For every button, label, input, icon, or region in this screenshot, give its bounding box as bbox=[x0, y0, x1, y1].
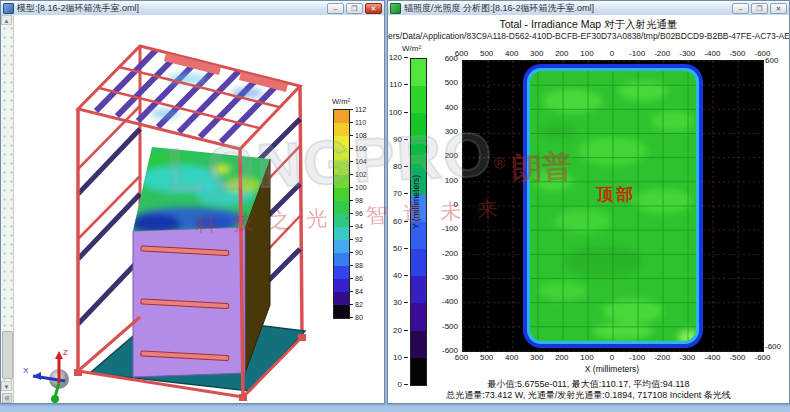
colorbar-tick: 120 bbox=[389, 53, 408, 62]
y-tick-label: -100 bbox=[442, 224, 458, 234]
scroll-down-icon[interactable]: ▼ bbox=[1, 381, 12, 391]
colorbar-tick: 92 bbox=[349, 235, 381, 244]
y-tick-label: -500 bbox=[442, 322, 458, 332]
x-tick-label: 100 bbox=[574, 353, 599, 362]
colorbar-tick: 104 bbox=[349, 157, 381, 166]
x-tick-label: 200 bbox=[549, 49, 574, 58]
colorbar-tick: 82 bbox=[349, 300, 381, 309]
x-axis-label: X (millimeters) bbox=[462, 364, 762, 374]
maximize-button[interactable]: ❐ bbox=[751, 3, 768, 14]
colorbar-tick: 106 bbox=[349, 144, 381, 153]
colorbar-tick: 50 bbox=[393, 244, 408, 253]
y-tick-label: -400 bbox=[442, 297, 458, 307]
colorbar-tick: 70 bbox=[393, 189, 408, 198]
y-tick-label: 500 bbox=[445, 78, 458, 88]
x-tick-label: 600 bbox=[449, 353, 474, 362]
chart-source-path: ers/Data/Application/83C9A118-D562-410D-… bbox=[388, 31, 789, 41]
y-tick-label: 600 bbox=[445, 54, 458, 64]
colorbar-tick: 100 bbox=[349, 183, 381, 192]
model-window-title: 模型:[8.16-2循环箱洗手室.oml] bbox=[17, 2, 324, 15]
axis-triad: Z X bbox=[23, 348, 69, 403]
minimize-button[interactable]: – bbox=[327, 3, 344, 14]
colorbar-tick: 90 bbox=[349, 248, 381, 257]
y-tick-label: 300 bbox=[445, 127, 458, 137]
y-right-corner-top: 600 bbox=[765, 56, 778, 65]
model-viewport[interactable]: ▲ ▼ 模 bbox=[1, 15, 384, 403]
x-tick-label: -100 bbox=[625, 49, 650, 58]
x-tick-label: 400 bbox=[499, 353, 524, 362]
scrollbar-thumb[interactable] bbox=[2, 331, 13, 379]
chart-title: Total - Irradiance Map 对于入射光通量 bbox=[388, 18, 789, 32]
colorbar-tick: 80 bbox=[349, 313, 381, 322]
restore-button[interactable]: ❐ bbox=[346, 3, 363, 14]
colorbar-tick: 98 bbox=[349, 196, 381, 205]
colorbar-tick: 40 bbox=[393, 271, 408, 280]
colorbar-unit: W/m² bbox=[332, 97, 350, 106]
x-tick-label: 500 bbox=[474, 49, 499, 58]
x-tick-label: -400 bbox=[700, 353, 725, 362]
stats-line-2: 总光通量:73.412 W, 光通量/发射光通量:0.1894, 717108 … bbox=[388, 389, 789, 402]
colorbar-tick: 96 bbox=[349, 209, 381, 218]
colorbar-tick: 102 bbox=[349, 170, 381, 179]
target-box bbox=[129, 147, 270, 377]
x-axis-top-ticks: 6005004003002001000-100-200-300-400-500-… bbox=[449, 49, 775, 58]
colorbar-gradient bbox=[333, 109, 350, 319]
x-tick-label: -300 bbox=[675, 49, 700, 58]
scroll-up-icon[interactable]: ▲ bbox=[1, 15, 12, 25]
colorbar-tick: 30 bbox=[393, 298, 408, 307]
x-axis-bottom-ticks: 6005004003002001000-100-200-300-400-500-… bbox=[449, 353, 775, 362]
axis-z-label: Z bbox=[63, 348, 68, 357]
colorbar-tick: 110 bbox=[389, 80, 408, 89]
x-tick-label: -400 bbox=[700, 49, 725, 58]
irradiance-window-titlebar[interactable]: 辐照度/光照度 分析图:[8.16-2循环箱洗手室.oml] – ❐ ✕ bbox=[388, 1, 789, 16]
colorbar-tick: 80 bbox=[393, 162, 408, 171]
model-colorbar: W/m² 11211010810610410210098969492908886… bbox=[322, 97, 384, 333]
x-tick-label: -200 bbox=[650, 353, 675, 362]
x-tick-label: 200 bbox=[549, 353, 574, 362]
model-3d-view[interactable]: Z X bbox=[15, 19, 335, 403]
x-tick-label: 500 bbox=[474, 353, 499, 362]
y-tick-label: -300 bbox=[442, 273, 458, 283]
colorbar-ticks: 1121101081061041021009896949290888684828… bbox=[349, 105, 381, 322]
annotation-top: 顶部 bbox=[596, 183, 636, 206]
colorbar-tick: 10 bbox=[393, 353, 408, 362]
irradiance-window: 辐照度/光照度 分析图:[8.16-2循环箱洗手室.oml] – ❐ ✕ Tot… bbox=[387, 0, 790, 404]
x-tick-label: -300 bbox=[675, 353, 700, 362]
colorbar-tick: 90 bbox=[393, 135, 408, 144]
x-tick-label: 0 bbox=[599, 49, 624, 58]
y-axis-label: Y (millimeters) bbox=[411, 152, 421, 252]
colorbar-tick: 60 bbox=[393, 217, 408, 226]
colorbar-tick: 94 bbox=[349, 222, 381, 231]
x-tick-label: 100 bbox=[574, 49, 599, 58]
colorbar-unit: W/m² bbox=[402, 44, 421, 53]
colorbar-tick: 108 bbox=[349, 131, 381, 140]
model-side-strip[interactable]: ▲ ▼ 模 bbox=[1, 15, 14, 403]
chart-app-icon bbox=[390, 3, 401, 14]
x-tick-label: -500 bbox=[725, 353, 750, 362]
irradiance-map-plot[interactable]: 顶部 bbox=[462, 60, 764, 352]
colorbar-tick: 20 bbox=[393, 326, 408, 335]
y-tick-label: 200 bbox=[445, 151, 458, 161]
x-tick-label: 400 bbox=[499, 49, 524, 58]
colorbar-tick: 84 bbox=[349, 287, 381, 296]
y-axis-ticks: 6005004003002001000-100-200-300-400-500-… bbox=[430, 54, 458, 356]
minimize-button[interactable]: – bbox=[732, 3, 749, 14]
close-button[interactable]: ✕ bbox=[770, 3, 787, 14]
irradiance-map-canvas bbox=[463, 61, 763, 351]
colorbar-tick: 110 bbox=[349, 118, 381, 127]
y-tick-label: 100 bbox=[445, 176, 458, 186]
model-tab[interactable]: 模 bbox=[2, 393, 12, 403]
close-button[interactable]: ✕ bbox=[365, 3, 382, 14]
y-tick-label: 0 bbox=[454, 200, 458, 210]
x-tick-label: -100 bbox=[625, 353, 650, 362]
y-tick-label: -200 bbox=[442, 249, 458, 259]
irradiance-chart-area: Total - Irradiance Map 对于入射光通量 ers/Data/… bbox=[388, 15, 789, 403]
model-window-titlebar[interactable]: 模型:[8.16-2循环箱洗手室.oml] – ❐ ✕ bbox=[1, 1, 384, 16]
model-app-icon bbox=[3, 3, 14, 14]
axis-x-label: X bbox=[23, 366, 29, 375]
colorbar-tick: 86 bbox=[349, 274, 381, 283]
x-tick-label: -600 bbox=[750, 353, 775, 362]
colorbar-tick: 88 bbox=[349, 261, 381, 270]
y-right-corner-bottom: -600 bbox=[765, 342, 781, 351]
colorbar-tick: 100 bbox=[389, 108, 408, 117]
